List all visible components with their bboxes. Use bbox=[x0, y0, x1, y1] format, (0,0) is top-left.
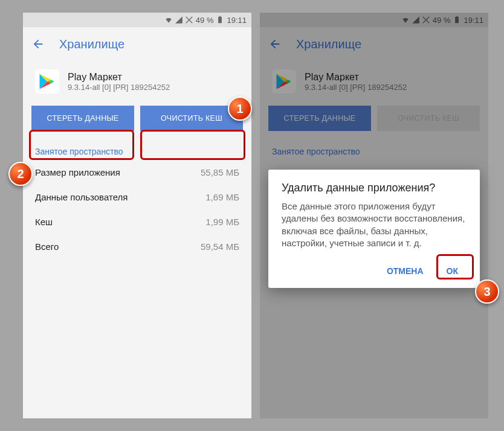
step-badge-2: 2 bbox=[8, 162, 33, 186]
dialog-ok-button[interactable]: ОК bbox=[438, 260, 467, 282]
app-version: 9.3.14-all [0] [PR] 189254252 bbox=[68, 83, 170, 92]
page-title: Хранилище bbox=[59, 37, 124, 51]
status-bar: 49 % 19:11 bbox=[23, 13, 251, 27]
erase-data-button[interactable]: СТЕРЕТЬ ДАННЫЕ bbox=[31, 106, 134, 131]
battery-text: 49 % bbox=[196, 16, 214, 25]
stat-row: Данные пользователя1,69 МБ bbox=[23, 185, 251, 209]
step-badge-3: 3 bbox=[475, 279, 499, 304]
app-name: Play Маркет bbox=[68, 72, 170, 83]
signal-x-icon bbox=[185, 16, 193, 24]
wifi-icon bbox=[164, 16, 173, 24]
dialog-cancel-button[interactable]: ОТМЕНА bbox=[378, 260, 432, 282]
play-store-icon bbox=[35, 69, 59, 94]
back-arrow-icon[interactable] bbox=[31, 37, 45, 51]
stat-row: Всего59,54 МБ bbox=[23, 234, 251, 259]
battery-icon bbox=[216, 16, 224, 24]
phone-screenshot-left: 49 % 19:11 Хранилище Play Маркет 9.3.14-… bbox=[23, 13, 251, 418]
stat-row: Кеш1,99 МБ bbox=[23, 209, 251, 234]
section-label: Занятое пространство bbox=[23, 139, 251, 160]
button-row: СТЕРЕТЬ ДАННЫЕ ОЧИСТИТЬ КЕШ bbox=[23, 102, 251, 139]
status-time: 19:11 bbox=[227, 16, 247, 25]
phone-screenshot-right: 49 % 19:11 Хранилище Play Маркет 9.3.14-… bbox=[260, 13, 488, 418]
confirm-dialog: Удалить данные приложения? Все данные эт… bbox=[268, 170, 480, 288]
svg-rect-1 bbox=[219, 16, 221, 17]
svg-rect-0 bbox=[219, 17, 222, 24]
dialog-body: Все данные этого приложения будут удален… bbox=[282, 200, 467, 249]
app-bar: Хранилище bbox=[23, 27, 251, 61]
step-badge-1: 1 bbox=[228, 97, 252, 121]
signal-icon bbox=[175, 16, 183, 24]
app-row: Play Маркет 9.3.14-all [0] [PR] 18925425… bbox=[23, 61, 251, 102]
stat-row: Размер приложения55,85 МБ bbox=[23, 160, 251, 185]
stats-list: Размер приложения55,85 МБ Данные пользов… bbox=[23, 160, 251, 259]
dialog-title: Удалить данные приложения? bbox=[282, 182, 467, 194]
